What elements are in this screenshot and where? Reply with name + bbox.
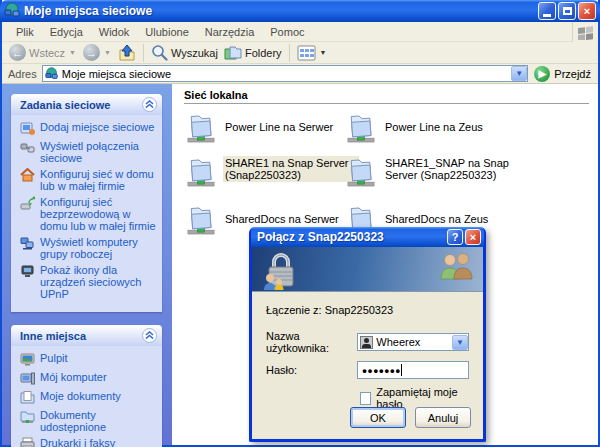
password-input[interactable]: ••••••• xyxy=(357,361,469,379)
address-dropdown-icon[interactable]: ▼ xyxy=(511,66,527,81)
views-icon xyxy=(297,45,316,61)
menu-widok[interactable]: Widok xyxy=(91,24,138,40)
network-item-share1[interactable]: SHARE1 na Snap Server (Snap2250323) xyxy=(186,154,359,190)
views-dropdown-icon[interactable]: ▼ xyxy=(320,49,327,56)
connecting-to-label: Łączenie z: Snap2250323 xyxy=(266,304,469,316)
network-places-icon xyxy=(45,67,58,80)
up-button[interactable] xyxy=(115,43,139,63)
dialog-banner xyxy=(252,247,483,292)
dialog-close-button[interactable]: × xyxy=(465,229,481,245)
close-button[interactable]: × xyxy=(578,2,596,20)
menu-bar: Plik Edycja Widok Ulubione Narzędzia Pom… xyxy=(2,22,598,42)
network-places-icon xyxy=(4,2,20,20)
toolbar-separator xyxy=(143,44,144,62)
back-dropdown-icon[interactable]: ▼ xyxy=(69,49,76,56)
network-share-icon xyxy=(346,110,376,146)
help-button[interactable]: ? xyxy=(447,229,463,245)
text-caret xyxy=(401,364,402,376)
dialog-body: Łączenie z: Snap2250323 Nazwa użytkownik… xyxy=(252,292,483,438)
forward-dropdown-icon[interactable]: ▼ xyxy=(104,49,111,56)
users-icon xyxy=(439,253,473,285)
desktop-icon xyxy=(20,352,35,367)
forward-button[interactable]: → ▼ xyxy=(80,43,115,63)
search-button[interactable]: Wyszukaj xyxy=(148,43,221,63)
printers-icon xyxy=(20,437,35,447)
task-add-network-place[interactable]: Dodaj miejsce sieciowe xyxy=(20,121,158,136)
go-icon: ▶ xyxy=(534,66,550,82)
username-label: Nazwa użytkownika: xyxy=(266,330,357,354)
my-computer-icon xyxy=(20,371,35,386)
group-header: Sieć lokalna xyxy=(184,89,248,101)
network-share-icon xyxy=(186,154,216,190)
address-value: Moje miejsca sieciowe xyxy=(62,68,512,80)
maximize-button[interactable] xyxy=(558,2,576,20)
network-item-powerline-zeus[interactable]: Power Line na Zeus xyxy=(346,110,485,146)
username-combobox[interactable]: Wheerex ▼ xyxy=(357,333,469,351)
search-label: Wyszukaj xyxy=(171,47,218,59)
padlock-icon xyxy=(260,250,302,292)
menu-pomoc[interactable]: Pomoc xyxy=(262,24,312,40)
toolbar-separator xyxy=(289,44,290,62)
ok-button[interactable]: OK xyxy=(350,407,406,428)
windows-logo-icon xyxy=(572,22,598,42)
task-view-workgroup-computers[interactable]: Wyświetl komputery grupy roboczej xyxy=(20,236,158,260)
collapse-chevron-icon[interactable] xyxy=(142,97,157,112)
window-title: Moje miejsca sieciowe xyxy=(24,4,536,18)
group-divider xyxy=(184,103,589,104)
folders-button[interactable]: Foldery xyxy=(221,43,285,63)
network-connections-icon xyxy=(20,140,35,155)
sidebar: Zadania sieciowe Dodaj miejsce sieciowe … xyxy=(2,84,172,445)
minimize-icon xyxy=(543,14,551,17)
username-dropdown-icon[interactable]: ▼ xyxy=(452,335,468,350)
views-button[interactable]: ▼ xyxy=(294,43,331,63)
workgroup-computers-icon xyxy=(20,236,35,251)
menu-ulubione[interactable]: Ulubione xyxy=(137,24,196,40)
user-avatar-icon xyxy=(360,336,373,349)
back-label: Wstecz xyxy=(29,47,65,59)
shared-documents-icon xyxy=(20,409,35,424)
forward-icon: → xyxy=(83,44,100,61)
place-printers-faxes[interactable]: Drukarki i faksy xyxy=(20,437,158,447)
network-tasks-title: Zadania sieciowe xyxy=(20,99,110,111)
password-masked-value: ••••••• xyxy=(362,363,401,378)
search-icon xyxy=(151,44,168,61)
network-item-powerline-serwer[interactable]: Power Line na Serwer xyxy=(186,110,335,146)
other-places-header[interactable]: Inne miejsca xyxy=(11,325,162,346)
remember-password-checkbox[interactable] xyxy=(360,392,371,405)
collapse-chevron-icon[interactable] xyxy=(142,328,157,343)
place-my-documents[interactable]: Moje dokumenty xyxy=(20,390,158,405)
go-label: Przejdź xyxy=(554,68,591,80)
task-view-network-connections[interactable]: Wyświetl połączenia sieciowe xyxy=(20,140,158,164)
place-my-computer[interactable]: Mój komputer xyxy=(20,371,158,386)
wireless-network-icon xyxy=(20,196,35,211)
task-setup-home-network[interactable]: Konfiguruj sieć w domu lub w małej firmi… xyxy=(20,168,158,192)
minimize-button[interactable] xyxy=(538,2,556,20)
network-tasks-header[interactable]: Zadania sieciowe xyxy=(11,94,162,115)
task-show-upnp-icons[interactable]: Pokaż ikony dla urządzeń sieciowych UPnP xyxy=(20,264,158,300)
back-button[interactable]: ← Wstecz ▼ xyxy=(6,43,80,63)
cancel-button[interactable]: Anuluj xyxy=(415,407,471,428)
task-setup-wireless-network[interactable]: Konfiguruj sieć bezprzewodową w domu lub… xyxy=(20,196,158,232)
explorer-window: Moje miejsca sieciowe × Plik Edycja Wido… xyxy=(0,0,600,447)
panel-network-tasks: Zadania sieciowe Dodaj miejsce sieciowe … xyxy=(11,94,162,312)
connect-dialog: Połącz z Snap2250323 ? × Łączenie z: Sna… xyxy=(249,227,486,442)
menu-narzedzia[interactable]: Narzędzia xyxy=(197,24,263,40)
address-input[interactable]: Moje miejsca sieciowe ▼ xyxy=(42,65,529,82)
add-network-place-icon xyxy=(20,121,35,136)
address-label: Adres xyxy=(8,68,37,80)
dialog-title-bar: Połącz z Snap2250323 ? × xyxy=(251,227,484,247)
title-bar: Moje miejsca sieciowe × xyxy=(0,0,600,22)
other-places-title: Inne miejsca xyxy=(20,330,86,342)
place-desktop[interactable]: Pulpit xyxy=(20,352,158,367)
go-button[interactable]: ▶ Przejdź xyxy=(534,66,595,82)
menu-plik[interactable]: Plik xyxy=(8,24,42,40)
panel-other-places: Inne miejsca Pulpit Mój komputer xyxy=(11,325,162,447)
password-label: Hasło: xyxy=(266,364,357,376)
menu-edycja[interactable]: Edycja xyxy=(42,24,91,40)
network-share-icon xyxy=(346,154,376,190)
place-shared-documents[interactable]: Dokumenty udostępnione xyxy=(20,409,158,433)
network-item-share1-snap[interactable]: SHARE1_SNAP na Snap Server (Snap2250323) xyxy=(346,154,543,190)
toolbar: ← Wstecz ▼ → ▼ Wyszukaj Foldery ▼ xyxy=(2,42,598,64)
username-value: Wheerex xyxy=(376,336,452,348)
network-share-icon xyxy=(186,202,216,238)
